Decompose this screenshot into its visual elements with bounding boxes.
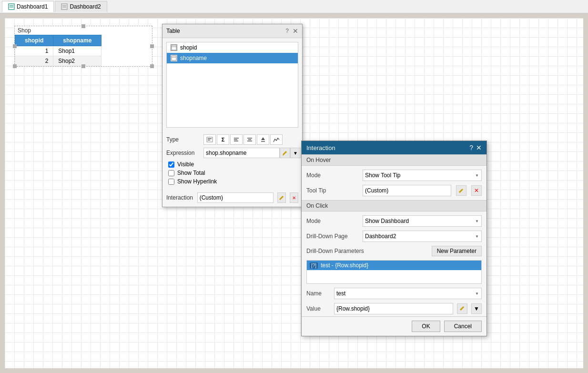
value-label: Value <box>306 305 330 312</box>
param-list: [?] test - {Row.shopid} <box>306 260 482 284</box>
field-icon-shopname <box>171 55 177 61</box>
tab-dashboard2-icon <box>61 3 68 10</box>
svg-rect-1 <box>10 5 13 6</box>
table-row: 1 Shop1 <box>15 46 101 56</box>
type-btn-chart[interactable] <box>270 134 283 145</box>
tab-dashboard1[interactable]: Dashboard1 <box>2 1 54 12</box>
drilldown-page-select[interactable]: Dashboard2 <box>363 231 482 242</box>
svg-rect-5 <box>62 7 66 8</box>
tab-dashboard2[interactable]: Dashboard2 <box>55 1 107 12</box>
shop-col-name: shopname <box>53 35 101 46</box>
expression-dropdown-button[interactable]: ▼ <box>290 148 301 158</box>
param-item[interactable]: [?] test - {Row.shopid} <box>307 261 481 270</box>
type-btn-center[interactable] <box>243 134 256 145</box>
show-total-label: Show Total <box>177 170 205 176</box>
interaction-delete-button[interactable]: ✕ <box>290 192 298 203</box>
tooltip-edit-button[interactable] <box>456 185 466 196</box>
interaction-row: Interaction ✕ <box>162 192 302 207</box>
name-label: Name <box>306 290 330 297</box>
show-hyperlink-row: Show Hyperlink <box>166 178 298 185</box>
click-mode-label: Mode <box>306 218 359 224</box>
interaction-input[interactable] <box>197 192 274 203</box>
table-dialog: Table ? ✕ shopid shopname Type <box>162 24 303 207</box>
show-hyperlink-checkbox[interactable] <box>168 179 174 185</box>
interaction-close-button[interactable]: ✕ <box>476 144 482 151</box>
interaction-help-button[interactable]: ? <box>469 144 473 151</box>
type-row: Type Σ <box>166 134 298 145</box>
resize-handle-br[interactable] <box>150 64 154 68</box>
shop-col-id: shopid <box>15 35 53 46</box>
expression-input-row: ▼ <box>203 148 301 158</box>
value-edit-button[interactable] <box>457 303 467 314</box>
type-section: Type Σ Expr <box>162 131 302 190</box>
svg-rect-6 <box>172 45 176 50</box>
type-buttons: Σ <box>203 134 283 145</box>
tooltip-input[interactable] <box>363 185 451 196</box>
show-hyperlink-label: Show Hyperlink <box>177 178 217 185</box>
tooltip-delete-button[interactable]: ✕ <box>471 185 482 196</box>
type-btn-up[interactable] <box>257 134 269 145</box>
field-name-shopid: shopid <box>180 44 197 51</box>
interaction-dialog-header: Interaction ? ✕ <box>302 141 487 154</box>
show-total-row: Show Total <box>166 170 298 176</box>
expression-input[interactable] <box>203 148 280 158</box>
visible-label: Visible <box>177 161 194 168</box>
param-item-label: test - {Row.shopid} <box>321 262 368 269</box>
type-btn-text[interactable] <box>203 134 216 145</box>
interaction-dialog: Interaction ? ✕ On Hover Mode Show Tool … <box>301 141 487 336</box>
shop-table: shopid shopname 1 Shop1 2 Shop2 <box>15 35 101 66</box>
tab-dashboard1-label: Dashboard1 <box>17 3 48 10</box>
resize-handle-ml[interactable] <box>13 44 17 48</box>
value-input[interactable] <box>334 303 453 314</box>
resize-handle-bl[interactable] <box>13 64 17 68</box>
ok-button[interactable]: OK <box>412 321 440 332</box>
type-btn-sum[interactable]: Σ <box>217 134 229 145</box>
click-mode-select[interactable]: Show Dashboard <box>363 215 482 227</box>
new-parameter-button[interactable]: New Parameter <box>432 246 482 256</box>
drilldown-page-row: Drill-Down Page Dashboard2 <box>302 229 487 244</box>
drill-params-header: Drill-Down Parameters New Parameter <box>302 244 487 258</box>
interaction-header-buttons: ? ✕ <box>469 144 482 151</box>
param-icon: [?] <box>310 262 318 269</box>
visible-checkbox[interactable] <box>168 161 174 168</box>
row2-name: Shop2 <box>53 56 101 66</box>
tab-bar: Dashboard1 Dashboard2 <box>0 0 588 13</box>
drill-params-label: Drill-Down Parameters <box>306 248 428 254</box>
resize-handle-mr[interactable] <box>150 44 154 48</box>
cancel-button[interactable]: Cancel <box>444 321 482 332</box>
row2-id: 2 <box>15 56 53 66</box>
table-dialog-header: Table ? ✕ <box>162 24 302 38</box>
interaction-dialog-title: Interaction <box>306 144 335 151</box>
value-arrow-button[interactable]: ▼ <box>471 303 482 314</box>
expression-edit-button[interactable] <box>280 148 290 158</box>
value-row: Value ▼ <box>302 301 487 316</box>
expression-row: Expression ▼ <box>166 148 298 158</box>
table-dialog-title: Table <box>166 28 180 34</box>
resize-handle-bm[interactable] <box>81 64 85 68</box>
show-total-checkbox[interactable] <box>168 170 174 176</box>
on-click-label: On Click <box>306 202 328 209</box>
table-row: 2 Shop2 <box>15 56 101 66</box>
expression-label: Expression <box>166 150 200 156</box>
hover-mode-label: Mode <box>306 172 359 179</box>
row1-id: 1 <box>15 46 53 56</box>
field-list: shopid shopname <box>166 42 298 128</box>
drilldown-page-select-wrapper: Dashboard2 <box>363 231 482 242</box>
tab-dashboard1-icon <box>8 3 15 10</box>
visible-row: Visible <box>166 161 298 168</box>
shop-widget: Shop shopid shopname 1 Shop1 2 Shop2 <box>14 26 152 67</box>
hover-mode-select[interactable]: Show Tool Tip <box>363 170 482 181</box>
resize-handle-tm[interactable] <box>81 24 85 28</box>
row1-name: Shop1 <box>53 46 101 56</box>
field-item-shopid[interactable]: shopid <box>167 42 298 53</box>
interaction-edit-button[interactable] <box>277 192 286 203</box>
name-select[interactable]: test <box>334 288 482 299</box>
table-dialog-help-button[interactable]: ? <box>285 28 289 34</box>
table-dialog-close-button[interactable]: ✕ <box>293 27 298 35</box>
type-btn-left[interactable] <box>230 134 243 145</box>
hover-mode-select-wrapper: Show Tool Tip <box>363 170 482 181</box>
tooltip-label: Tool Tip <box>306 187 359 194</box>
hover-mode-row: Mode Show Tool Tip <box>302 168 487 183</box>
drilldown-page-label: Drill-Down Page <box>306 233 359 240</box>
field-item-shopname[interactable]: shopname <box>167 53 298 63</box>
